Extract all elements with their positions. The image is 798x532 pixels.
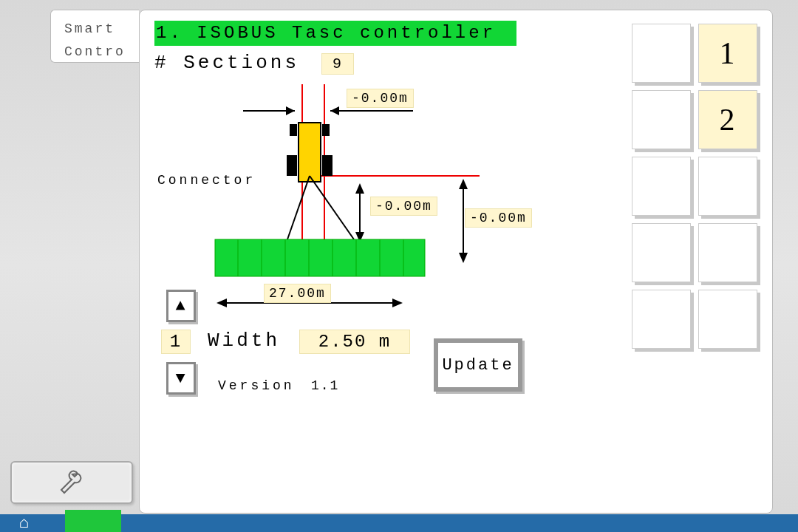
svg-marker-9 [286, 106, 295, 115]
update-button[interactable]: Update [434, 338, 522, 392]
triangle-down-icon: ▼ [175, 369, 186, 388]
sections-label: # Sections [154, 52, 299, 74]
softkey-7[interactable] [632, 223, 691, 282]
width-label: Width [208, 330, 280, 352]
svg-rect-5 [322, 124, 330, 136]
settings-button[interactable] [10, 461, 133, 504]
boom-sections [215, 239, 425, 276]
geometry-diagram [154, 84, 627, 291]
softkey-3[interactable] [632, 90, 691, 149]
svg-marker-30 [216, 299, 227, 307]
svg-line-13 [310, 176, 354, 239]
softkey-2[interactable]: 1 [698, 24, 757, 83]
section-index-value[interactable]: 1 [161, 330, 191, 354]
svg-rect-6 [287, 155, 297, 176]
softkey-10[interactable] [698, 290, 757, 349]
section-down-button[interactable]: ▼ [166, 362, 196, 395]
svg-line-12 [287, 176, 310, 239]
softkey-8[interactable] [698, 223, 757, 282]
main-panel: 1. ISOBUS Tasc controller # Sections 9 C… [139, 10, 773, 514]
page-title: 1. ISOBUS Tasc controller [154, 21, 516, 46]
svg-rect-3 [299, 123, 321, 182]
home-icon[interactable]: ⌂ [19, 514, 41, 532]
svg-rect-7 [322, 155, 332, 176]
device-tab[interactable]: Smart Contro [50, 10, 139, 63]
softkey-6[interactable] [698, 157, 757, 216]
svg-marker-31 [392, 299, 403, 307]
sections-value[interactable]: 9 [321, 53, 354, 75]
softkey-5[interactable] [632, 157, 691, 216]
svg-marker-15 [355, 183, 364, 194]
total-width-value[interactable]: 27.00m [264, 284, 331, 303]
tab-line1: Smart [64, 18, 130, 41]
section-width-value[interactable]: 2.50 m [299, 330, 410, 354]
svg-marker-11 [330, 106, 339, 115]
svg-marker-19 [459, 253, 468, 263]
taskbar-active-app[interactable] [65, 510, 121, 532]
tab-line2: Contro [64, 41, 130, 64]
offset-y-near-value[interactable]: -0.00m [370, 197, 437, 216]
wrench-icon [57, 468, 86, 497]
softkey-4[interactable]: 2 [698, 90, 757, 149]
softkey-1[interactable] [632, 24, 691, 83]
softkey-9[interactable] [632, 290, 691, 349]
version-value: 1.1 [311, 378, 339, 393]
section-up-button[interactable]: ▲ [166, 290, 196, 322]
svg-rect-20 [215, 239, 425, 276]
softkey-grid: 1 2 [632, 24, 757, 349]
version-label: Version [218, 378, 295, 393]
offset-y-far-value[interactable]: -0.00m [465, 208, 532, 228]
svg-marker-18 [459, 179, 468, 189]
update-button-label: Update [442, 356, 514, 375]
triangle-up-icon: ▲ [175, 297, 186, 316]
svg-rect-4 [290, 124, 297, 136]
offset-x-value[interactable]: -0.00m [347, 89, 414, 108]
task-bar: ⌂ [0, 514, 798, 532]
